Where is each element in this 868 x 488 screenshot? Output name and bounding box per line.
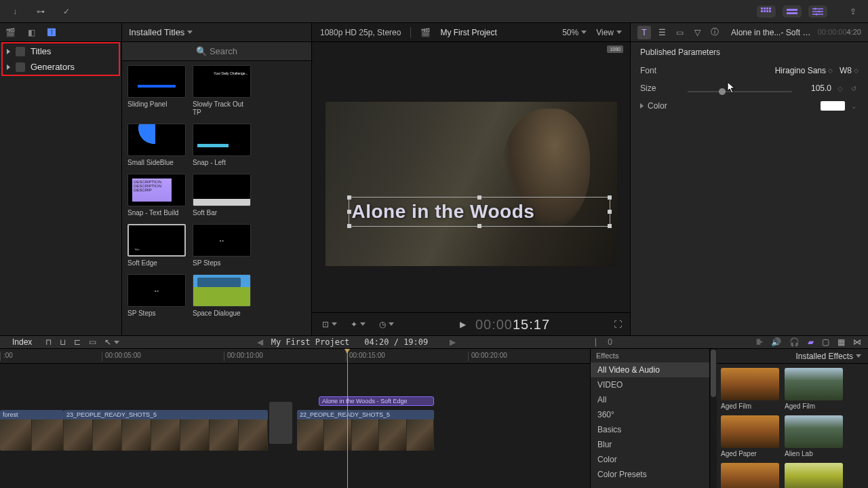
transitions-browser-icon[interactable]: ⋈ [853,337,861,347]
video-clip[interactable]: 23_PEOPLE_READY_SHOTS_5 [64,410,268,451]
next-edit-icon[interactable]: ▶ [450,337,456,347]
playhead[interactable] [347,349,348,488]
video-clip[interactable]: 22_PEOPLE_READY_SHOTS_5 [297,410,434,451]
title-thumb[interactable]: Sliding Panel [127,65,186,117]
effects-category-item[interactable]: Color Presets [591,467,709,482]
svg-point-14 [818,10,821,12]
color-swatch[interactable] [821,101,845,111]
effects-category-item[interactable]: Color [591,452,709,467]
timeline-layout-icon[interactable]: ▢ [822,337,829,347]
size-slider[interactable] [688,91,792,92]
title-bounding-box[interactable]: Alone in the Woods [349,197,610,227]
title-thumb-selected[interactable]: TitleSoft Edge [127,224,186,267]
retime-tool-icon[interactable]: ◷ [377,317,396,332]
timeline[interactable]: :0000:00:05:0000:00:10:0000:00:15:0000:0… [0,349,590,488]
titles-generators-icon[interactable]: 🆃 [47,28,56,37]
photos-icon[interactable]: ◧ [28,28,35,37]
search-input[interactable]: Search [210,46,237,56]
solo-icon[interactable]: 🎧 [789,337,800,347]
sidebar-item-titles[interactable]: Titles [3,43,119,59]
ruler-tick: 00:00:05:00 [102,352,141,361]
timeline-ruler[interactable]: :0000:00:05:0000:00:10:0000:00:15:0000:0… [0,349,590,364]
svg-rect-4 [761,10,763,12]
disclosure-triangle-icon[interactable] [640,103,644,109]
title-thumb[interactable]: Small SideBlue [127,124,186,167]
gap-clip[interactable] [269,402,292,444]
browser-header-dropdown[interactable]: Installed Titles [129,27,193,37]
font-family-dropdown[interactable]: Hiragino Sans [775,66,833,75]
titles-browser: Installed Titles 🔍 Search Sliding Panel … [122,23,312,335]
timeline-position: 04:20 / 19:09 [364,337,428,347]
title-thumb[interactable]: DESCRIPTION DESCRIPTION DESCRIPSnap - Te… [127,174,186,217]
effect-thumb[interactable]: Aged Film [785,368,843,410]
insert-tool-icon[interactable]: ⊔ [60,337,66,347]
title-thumb[interactable]: Space Dialogue [193,274,251,318]
font-weight-dropdown[interactable]: W8 [840,66,859,75]
reset-icon[interactable]: ↺ [849,83,859,93]
title-thumb[interactable]: Soft Bar [193,174,251,217]
append-tool-icon[interactable]: ⊏ [74,337,81,347]
inspector-clip-name: Alone in the...- Soft Edge [731,28,814,37]
title-thumb[interactable]: ■ ■SP Steps [127,274,186,318]
effects-category-item[interactable]: All Video & Audio [591,362,709,377]
effect-thumb[interactable]: Aged Paper [721,415,779,457]
app-toolbar: ↓ ⊶ ✓ ⇪ [0,0,868,23]
info-inspector-tab[interactable]: ⓘ [708,26,722,39]
prev-edit-icon[interactable]: ◀ [257,337,263,347]
snap-icon[interactable]: ▰ [808,337,814,347]
effects-category-item[interactable]: Blur [591,437,709,452]
scrollbar-thumb[interactable] [711,350,716,397]
effect-thumb[interactable]: Alien Lab [785,415,843,457]
skimming-icon[interactable]: ⊪ [756,337,763,347]
video-clip[interactable]: forest [0,410,64,451]
title-thumb[interactable]: ■ ■SP Steps [193,224,251,267]
color-dropdown-icon[interactable]: ⌄ [849,101,859,111]
search-icon: 🔍 [196,46,207,56]
svg-point-15 [816,13,818,15]
video-inspector-tab[interactable]: ☰ [655,26,669,39]
viewer-canvas[interactable]: Alone in the Woods [326,102,617,266]
effect-thumb[interactable]: Aged Film [721,368,779,410]
zoom-dropdown[interactable]: 50% [562,28,587,37]
keyframe-icon[interactable]: ◇ [835,83,845,93]
effect-thumb[interactable] [785,463,843,488]
crop-tool-icon[interactable]: ⊡ [320,317,339,332]
fullscreen-icon[interactable]: ⛶ [614,320,622,329]
inspector-layout-button[interactable] [808,5,827,18]
inspector-duration: 00:00:004:20 [818,28,861,37]
title-thumb[interactable]: Your Daily Challenge...Slowly Track Out … [193,65,251,117]
title-inspector-tab[interactable]: ▭ [673,26,686,39]
svg-rect-7 [769,10,771,12]
import-icon[interactable]: ↓ [5,4,24,19]
share-icon[interactable]: ⇪ [844,4,863,19]
effects-browser-icon[interactable]: ▦ [837,337,845,347]
title-thumb[interactable]: Snap - Left [193,124,251,167]
bg-tasks-icon[interactable]: ✓ [57,4,76,19]
keyword-icon[interactable]: ⊶ [31,4,50,19]
sidebar-item-generators[interactable]: Generators [3,59,119,75]
text-inspector-tab[interactable]: T [637,26,651,39]
play-icon[interactable]: ▶ [460,320,466,329]
overwrite-tool-icon[interactable]: ▭ [89,337,96,347]
effects-category-item[interactable]: All [591,392,709,407]
timeline-layout-button[interactable] [783,5,802,18]
arrow-tool-dropdown[interactable]: ↖ [104,337,119,347]
size-value-field[interactable]: 105.0 [792,83,831,93]
title-text-overlay[interactable]: Alone in the Woods [349,201,535,223]
clapperboard-icon[interactable]: 🎬 [5,28,16,37]
installed-effects-dropdown[interactable]: Installed Effects [796,352,862,361]
effect-thumb[interactable] [721,463,779,488]
viewer-panel: 1080p HD 25p, Stereo 🎬 My First Project … [312,23,631,335]
effects-category-item[interactable]: 360° [591,407,709,422]
generator-inspector-tab[interactable]: ▽ [690,26,704,39]
browser-layout-button[interactable] [757,5,776,18]
disclosure-triangle-icon [7,64,10,70]
effects-category-item[interactable]: Basics [591,422,709,437]
enhance-tool-icon[interactable]: ✦ [349,317,368,332]
view-dropdown[interactable]: View [596,28,622,37]
index-button[interactable]: Index [7,336,37,348]
connect-tool-icon[interactable]: ⊓ [45,337,52,347]
title-clip[interactable]: Alone in the Woods - Soft Edge [319,396,434,406]
audio-skimming-icon[interactable]: 🔊 [771,337,781,347]
effects-category-item[interactable]: VIDEO [591,377,709,392]
